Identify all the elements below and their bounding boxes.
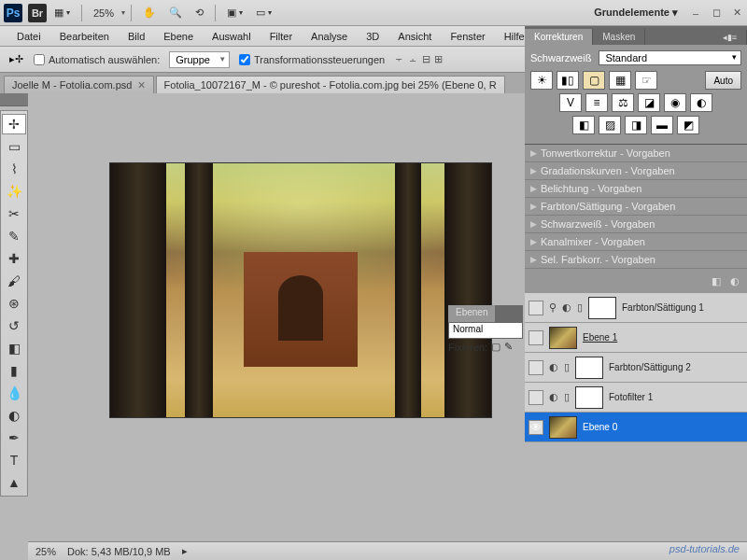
bw-preset-dropdown[interactable]: Standard <box>599 50 741 65</box>
visibility-toggle[interactable] <box>529 360 543 375</box>
posterize-icon[interactable]: ▨ <box>599 116 621 134</box>
layer-thumbnail[interactable] <box>549 416 577 439</box>
mask-icon[interactable]: ▯ <box>564 361 570 373</box>
levels-icon[interactable]: ▮▯ <box>557 71 579 90</box>
color-balance-icon[interactable]: ⚖ <box>612 93 634 112</box>
status-zoom[interactable]: 25% <box>35 546 56 557</box>
bridge-icon[interactable]: Br <box>28 4 47 22</box>
gradient-map-icon[interactable]: ▬ <box>651 116 673 134</box>
zoom-tool-icon[interactable]: 🔍 <box>163 5 188 21</box>
menu-bearbeiten[interactable]: Bearbeiten <box>50 28 119 45</box>
preset-item[interactable]: ▶Farbton/Sättigung - Vorgaben <box>525 198 747 216</box>
clone-stamp-tool[interactable]: ⊛ <box>2 293 26 314</box>
align-icon[interactable]: ⊞ <box>434 53 443 65</box>
auto-button[interactable]: Auto <box>705 71 741 90</box>
tab-masken[interactable]: Masken <box>593 29 645 45</box>
invert-icon[interactable]: ◧ <box>572 116 595 134</box>
screen-mode-icon[interactable]: ▭▾ <box>250 5 277 21</box>
layer-name[interactable]: Farbton/Sättigung 1 <box>622 302 704 313</box>
layout-dropdown[interactable]: ▦▾ <box>49 5 76 21</box>
document-canvas[interactable] <box>110 163 491 417</box>
crop-tool[interactable]: ✂ <box>2 203 26 224</box>
minimize-icon[interactable]: – <box>689 7 702 20</box>
arrange-docs-icon[interactable]: ▣▾ <box>221 5 248 21</box>
align-icon[interactable]: ⫟ <box>394 53 404 65</box>
layer-name[interactable]: Farbton/Sättigung 2 <box>609 362 691 372</box>
hue-sat-icon[interactable]: ≡ <box>585 93 608 112</box>
fx-icon[interactable]: ◐ <box>549 361 558 373</box>
panel-menu-icon[interactable]: ◂▮≡ <box>713 30 747 45</box>
threshold-icon[interactable]: ◨ <box>625 116 647 134</box>
menu-datei[interactable]: Datei <box>7 28 50 45</box>
preset-item[interactable]: ▶Gradationskurven - Vorgaben <box>525 162 747 180</box>
eraser-tool[interactable]: ◧ <box>2 338 26 358</box>
visibility-toggle[interactable] <box>529 390 543 405</box>
visibility-toggle[interactable] <box>529 301 543 315</box>
layer-name[interactable]: Ebene 1 <box>583 332 617 343</box>
preset-item[interactable]: ▶Schwarzweiß - Vorgaben <box>525 216 747 233</box>
pen-tool[interactable]: ✒ <box>2 427 26 448</box>
brush-tool[interactable]: 🖌 <box>2 271 26 291</box>
layer-row[interactable]: ◐▯ Fotofilter 1 <box>525 383 747 413</box>
layer-row[interactable]: ⚲◐▯ Farbton/Sättigung 1 <box>525 293 747 323</box>
marquee-tool[interactable]: ▭ <box>2 136 26 157</box>
layer-name[interactable]: Fotofilter 1 <box>609 392 653 402</box>
mask-icon[interactable]: ▯ <box>564 391 570 403</box>
preset-item[interactable]: ▶Tonwertkorrektur - Vorgaben <box>525 145 747 162</box>
type-tool[interactable]: T <box>2 450 26 470</box>
target-adjust-icon[interactable]: ☞ <box>635 71 657 90</box>
menu-analyse[interactable]: Analyse <box>302 28 357 45</box>
vibrance-icon[interactable]: V <box>559 93 582 112</box>
hand-tool-icon[interactable]: ✋ <box>137 5 162 21</box>
move-tool[interactable]: ✢ <box>2 114 26 134</box>
status-chevron-icon[interactable]: ▸ <box>182 545 188 557</box>
layer-thumbnail[interactable] <box>575 357 603 379</box>
dodge-tool[interactable]: ◐ <box>2 405 26 426</box>
channel-mixer-icon[interactable]: ◐ <box>690 93 712 112</box>
status-doc-size[interactable]: Dok: 5,43 MB/10,9 MB <box>67 546 171 557</box>
visibility-toggle[interactable]: 👁 <box>529 420 543 435</box>
exposure-icon[interactable]: ▦ <box>609 71 631 90</box>
fx-icon[interactable]: ◐ <box>549 391 558 403</box>
fx-icon[interactable]: ◐ <box>562 301 571 314</box>
blend-mode-dropdown[interactable]: Normal <box>448 322 523 339</box>
layer-name[interactable]: Ebene 0 <box>583 422 617 432</box>
menu-auswahl[interactable]: Auswahl <box>203 28 261 45</box>
align-icon[interactable]: ⊟ <box>422 53 430 65</box>
menu-3d[interactable]: 3D <box>357 28 388 45</box>
brightness-icon[interactable]: ☀ <box>530 71 553 90</box>
menu-ebene[interactable]: Ebene <box>154 28 203 45</box>
menu-filter[interactable]: Filter <box>261 28 302 45</box>
curves-icon[interactable]: ▢ <box>583 71 605 90</box>
layer-row[interactable]: Ebene 1 <box>525 323 747 353</box>
tools-panel-grip[interactable] <box>0 93 28 106</box>
align-icon[interactable]: ⫠ <box>408 53 418 65</box>
menu-bild[interactable]: Bild <box>119 28 154 45</box>
workspace-switcher[interactable]: Grundelemente ▾ <box>594 7 682 19</box>
link-icon[interactable]: ⚲ <box>549 301 557 314</box>
mask-icon[interactable]: ▯ <box>577 301 583 314</box>
menu-fenster[interactable]: Fenster <box>441 28 494 45</box>
clip-icon[interactable]: ◧ <box>712 275 721 287</box>
tab-korrekturen[interactable]: Korrekturen <box>525 29 593 45</box>
document-tab[interactable]: Fotolia_10072167_M - © pureshot - Fotoli… <box>156 76 505 93</box>
photo-filter-icon[interactable]: ◉ <box>664 93 686 112</box>
history-brush-tool[interactable]: ↺ <box>2 315 26 336</box>
new-adjustment-icon[interactable]: ◐ <box>730 275 740 287</box>
visibility-toggle[interactable] <box>529 330 543 345</box>
rotate-view-icon[interactable]: ⟲ <box>190 5 209 21</box>
bw-icon[interactable]: ◪ <box>638 93 660 112</box>
tab-close-icon[interactable]: × <box>137 80 145 90</box>
blur-tool[interactable]: 💧 <box>2 383 26 403</box>
lasso-tool[interactable]: ⌇ <box>2 159 26 179</box>
layer-row[interactable]: ◐▯ Farbton/Sättigung 2 <box>525 353 747 383</box>
path-selection-tool[interactable]: ▲ <box>2 472 26 493</box>
zoom-level[interactable]: 25% <box>88 7 120 19</box>
menu-ansicht[interactable]: Ansicht <box>388 28 441 45</box>
eyedropper-tool[interactable]: ✎ <box>2 226 26 246</box>
auto-select-checkbox[interactable]: Automatisch auswählen: <box>34 54 160 65</box>
selective-color-icon[interactable]: ◩ <box>677 116 699 134</box>
layer-thumbnail[interactable] <box>575 386 603 409</box>
lock-transparent-icon[interactable]: ▢ <box>491 341 500 353</box>
canvas-area[interactable] <box>35 103 499 532</box>
